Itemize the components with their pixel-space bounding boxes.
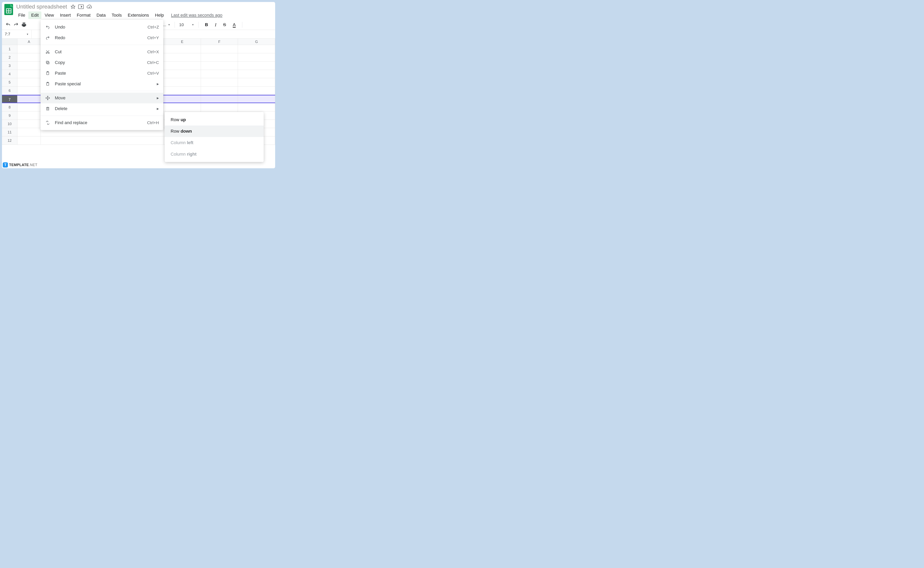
cell[interactable] bbox=[238, 70, 275, 78]
print-icon[interactable] bbox=[21, 22, 27, 27]
cell[interactable] bbox=[164, 62, 201, 70]
cell[interactable] bbox=[17, 45, 41, 53]
separator bbox=[198, 22, 199, 28]
redo-icon[interactable] bbox=[14, 22, 19, 27]
cell[interactable] bbox=[17, 103, 41, 111]
cell[interactable] bbox=[238, 45, 275, 53]
sheets-logo[interactable] bbox=[5, 4, 13, 15]
cell[interactable] bbox=[201, 70, 238, 78]
menu-find-replace-label: Find and replace bbox=[55, 120, 143, 125]
cell[interactable] bbox=[164, 45, 201, 53]
cell[interactable] bbox=[201, 103, 238, 111]
cell[interactable] bbox=[164, 103, 201, 111]
document-title[interactable]: Untitled spreadsheet bbox=[15, 3, 68, 10]
copy-icon bbox=[45, 60, 50, 65]
submenu-row-up[interactable]: Row up bbox=[165, 114, 264, 125]
name-box[interactable]: 7:7 ▼ bbox=[2, 30, 32, 38]
bold-button[interactable]: B bbox=[203, 22, 210, 27]
cell[interactable] bbox=[17, 136, 41, 145]
undo-icon bbox=[45, 25, 50, 29]
menu-extensions[interactable]: Extensions bbox=[125, 12, 152, 19]
row-header-9[interactable]: 9 bbox=[2, 112, 17, 119]
cell[interactable] bbox=[17, 95, 41, 103]
cell[interactable] bbox=[201, 45, 238, 53]
cell[interactable] bbox=[164, 78, 201, 86]
row-header-8[interactable]: 8 bbox=[2, 103, 17, 111]
menu-copy[interactable]: Copy Ctrl+C bbox=[41, 57, 163, 68]
cell[interactable] bbox=[238, 78, 275, 86]
select-all-corner[interactable] bbox=[2, 39, 17, 45]
column-header-e[interactable]: E bbox=[164, 39, 201, 45]
cell[interactable] bbox=[164, 86, 201, 95]
submenu-col-right-prefix: Column bbox=[171, 152, 187, 157]
cell[interactable] bbox=[17, 78, 41, 86]
cell[interactable] bbox=[17, 70, 41, 78]
row-header-11[interactable]: 11 bbox=[2, 128, 17, 136]
menu-paste-special[interactable]: Paste special ▶ bbox=[41, 79, 163, 89]
row-header-4[interactable]: 4 bbox=[2, 70, 17, 78]
menu-find-replace[interactable]: Find and replace Ctrl+H bbox=[41, 118, 163, 128]
menu-tools[interactable]: Tools bbox=[109, 12, 124, 19]
menu-data[interactable]: Data bbox=[94, 12, 108, 19]
menu-undo[interactable]: Undo Ctrl+Z bbox=[41, 22, 163, 32]
italic-button[interactable]: I bbox=[213, 22, 218, 27]
star-icon[interactable] bbox=[71, 5, 75, 9]
cell[interactable] bbox=[17, 112, 41, 119]
menu-edit[interactable]: Edit bbox=[28, 12, 41, 19]
menu-redo[interactable]: Redo Ctrl+Y bbox=[41, 32, 163, 43]
menu-paste-label: Paste bbox=[55, 71, 143, 76]
column-header-g[interactable]: G bbox=[238, 39, 275, 45]
row-header-5[interactable]: 5 bbox=[2, 78, 17, 86]
cell[interactable] bbox=[201, 53, 238, 61]
cell[interactable] bbox=[17, 53, 41, 61]
cell[interactable] bbox=[201, 95, 238, 103]
cell[interactable] bbox=[164, 70, 201, 78]
submenu-row-down[interactable]: Row down bbox=[165, 125, 264, 137]
cell[interactable] bbox=[17, 128, 41, 136]
row-header-3[interactable]: 3 bbox=[2, 62, 17, 70]
cell[interactable] bbox=[201, 62, 238, 70]
cell[interactable] bbox=[238, 86, 275, 95]
menu-help[interactable]: Help bbox=[152, 12, 167, 19]
menu-move[interactable]: Move ▶ bbox=[41, 93, 163, 103]
submenu-column-right: Column right bbox=[165, 148, 264, 160]
font-size-select[interactable]: 10 ▼ bbox=[179, 23, 194, 27]
strikethrough-button[interactable]: S bbox=[221, 22, 228, 27]
cell[interactable] bbox=[238, 103, 275, 111]
undo-icon[interactable] bbox=[6, 22, 11, 27]
submenu-arrow-icon: ▶ bbox=[157, 82, 159, 86]
submenu-row-down-prefix: Row bbox=[171, 129, 181, 134]
row-header-1[interactable]: 1 bbox=[2, 45, 17, 53]
cell[interactable] bbox=[17, 86, 41, 95]
row-header-12[interactable]: 12 bbox=[2, 136, 17, 145]
menu-file[interactable]: File bbox=[15, 12, 28, 19]
submenu-col-left-prefix: Column bbox=[171, 140, 187, 145]
cell[interactable] bbox=[17, 120, 41, 128]
cell[interactable] bbox=[238, 53, 275, 61]
menu-paste[interactable]: Paste Ctrl+V bbox=[41, 68, 163, 79]
cell[interactable] bbox=[201, 78, 238, 86]
row-header-10[interactable]: 10 bbox=[2, 120, 17, 128]
cell[interactable] bbox=[17, 62, 41, 70]
cell[interactable] bbox=[201, 86, 238, 95]
row-header-6[interactable]: 6 bbox=[2, 86, 17, 95]
menu-format[interactable]: Format bbox=[74, 12, 94, 19]
last-edit-link[interactable]: Last edit was seconds ago bbox=[171, 13, 222, 18]
column-header-a[interactable]: A bbox=[17, 39, 41, 45]
cell[interactable] bbox=[41, 136, 164, 145]
menu-insert[interactable]: Insert bbox=[57, 12, 74, 19]
row-header-2[interactable]: 2 bbox=[2, 53, 17, 61]
cell[interactable] bbox=[238, 62, 275, 70]
cloud-status-icon[interactable] bbox=[86, 5, 92, 9]
menu-view[interactable]: View bbox=[42, 12, 57, 19]
cell[interactable] bbox=[164, 53, 201, 61]
cell[interactable] bbox=[238, 95, 275, 103]
move-to-folder-icon[interactable] bbox=[78, 5, 84, 9]
column-header-f[interactable]: F bbox=[201, 39, 238, 45]
cell[interactable] bbox=[164, 95, 201, 103]
row-header-7[interactable]: 7 bbox=[2, 95, 17, 103]
watermark: T TEMPLATE.NET bbox=[3, 162, 38, 168]
menu-cut[interactable]: Cut Ctrl+X bbox=[41, 47, 163, 57]
text-color-button[interactable]: A bbox=[231, 22, 238, 27]
menu-delete[interactable]: Delete ▶ bbox=[41, 103, 163, 114]
